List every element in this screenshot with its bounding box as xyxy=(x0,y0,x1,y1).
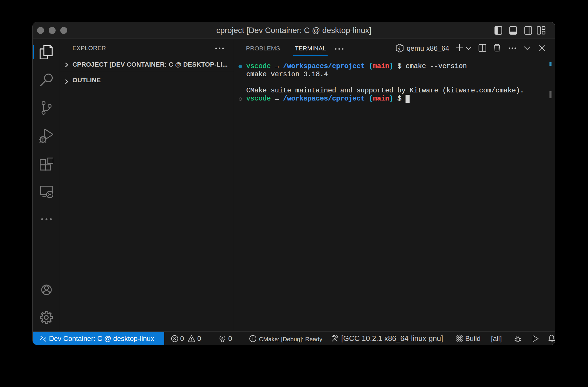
svg-text:$,: $, xyxy=(398,47,403,52)
